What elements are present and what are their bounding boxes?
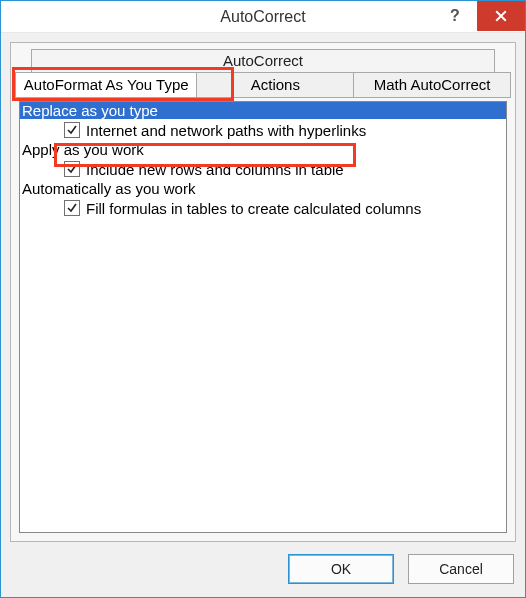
checkbox-internet-paths[interactable] <box>64 122 80 138</box>
tab-actions[interactable]: Actions <box>197 72 354 98</box>
section-replace-as-you-type: Replace as you type <box>20 102 506 119</box>
tab-math-autocorrect[interactable]: Math AutoCorrect <box>354 72 511 98</box>
option-label: Internet and network paths with hyperlin… <box>86 122 366 139</box>
tab-autocorrect[interactable]: AutoCorrect <box>31 49 495 73</box>
ok-button[interactable]: OK <box>288 554 394 584</box>
tab-row-lower: AutoFormat As You Type Actions Math Auto… <box>15 72 511 98</box>
dialog-button-bar: OK Cancel <box>288 554 514 584</box>
checkbox-fill-formulas[interactable] <box>64 200 80 216</box>
tab-row-upper: AutoCorrect <box>31 49 495 73</box>
close-button[interactable] <box>477 1 525 31</box>
checkbox-include-rows-columns[interactable] <box>64 161 80 177</box>
tab-autoformat-as-you-type[interactable]: AutoFormat As You Type <box>15 72 197 98</box>
option-label: Fill formulas in tables to create calcul… <box>86 200 421 217</box>
dialog-body: AutoCorrect AutoFormat As You Type Actio… <box>10 42 516 588</box>
section-automatically-as-you-work: Automatically as you work <box>20 180 506 197</box>
option-fill-formulas: Fill formulas in tables to create calcul… <box>20 197 506 219</box>
titlebar: AutoCorrect ? <box>1 1 525 33</box>
section-apply-as-you-work: Apply as you work <box>20 141 506 158</box>
cancel-button[interactable]: Cancel <box>408 554 514 584</box>
autocorrect-dialog: AutoCorrect ? AutoCorrect AutoFormat As … <box>0 0 526 598</box>
titlebar-buttons: ? <box>433 1 525 33</box>
tab-panel: AutoCorrect AutoFormat As You Type Actio… <box>10 42 516 542</box>
check-icon <box>66 124 78 136</box>
close-icon <box>495 10 507 22</box>
options-pane: Replace as you type Internet and network… <box>19 101 507 533</box>
option-internet-paths: Internet and network paths with hyperlin… <box>20 119 506 141</box>
help-button[interactable]: ? <box>433 1 477 31</box>
option-include-rows-columns: Include new rows and columns in table <box>20 158 506 180</box>
option-label: Include new rows and columns in table <box>86 161 344 178</box>
check-icon <box>66 202 78 214</box>
check-icon <box>66 163 78 175</box>
